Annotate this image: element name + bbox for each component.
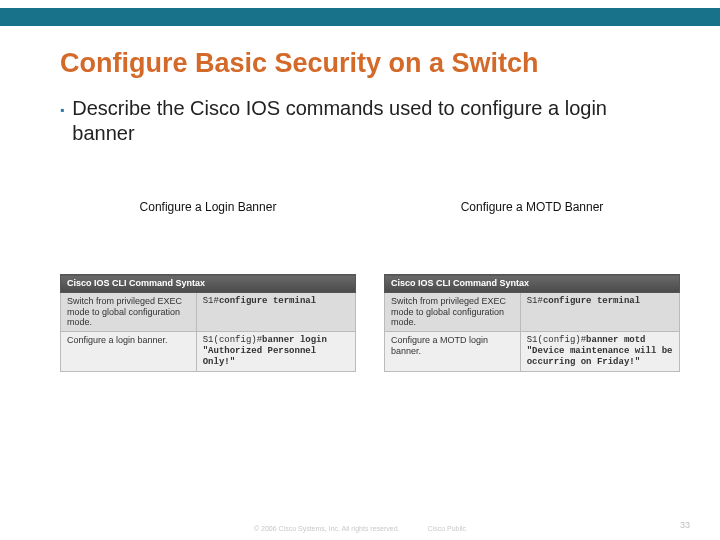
syntax-table-login: Cisco IOS CLI Command Syntax Switch from… — [60, 274, 356, 372]
row-cmd: S1#configure terminal — [196, 292, 355, 331]
table-header: Cisco IOS CLI Command Syntax — [61, 275, 356, 293]
panel-title: Configure a MOTD Banner — [384, 200, 680, 214]
footer-label: Cisco Public — [428, 525, 467, 532]
body-bullet: ▪ Describe the Cisco IOS commands used t… — [60, 96, 670, 146]
table-row: Switch from privileged EXEC mode to glob… — [385, 292, 680, 331]
row-desc: Configure a login banner. — [61, 332, 197, 371]
row-desc: Configure a MOTD login banner. — [385, 332, 521, 371]
panel-motd-banner: Configure a MOTD Banner Cisco IOS CLI Co… — [384, 200, 680, 372]
row-desc: Switch from privileged EXEC mode to glob… — [385, 292, 521, 331]
footer: © 2006 Cisco Systems, Inc. All rights re… — [0, 525, 720, 532]
panels-container: Configure a Login Banner Cisco IOS CLI C… — [60, 200, 680, 372]
row-cmd: S1(config)#banner motd "Device maintenan… — [520, 332, 679, 371]
page-number: 33 — [680, 520, 690, 530]
panel-login-banner: Configure a Login Banner Cisco IOS CLI C… — [60, 200, 356, 372]
footer-copyright: © 2006 Cisco Systems, Inc. All rights re… — [254, 525, 400, 532]
row-desc: Switch from privileged EXEC mode to glob… — [61, 292, 197, 331]
table-row: Configure a MOTD login banner. S1(config… — [385, 332, 680, 371]
table-header: Cisco IOS CLI Command Syntax — [385, 275, 680, 293]
panel-title: Configure a Login Banner — [60, 200, 356, 214]
header-bar — [0, 8, 720, 26]
row-cmd: S1(config)#banner login "Authorized Pers… — [196, 332, 355, 371]
bullet-text: Describe the Cisco IOS commands used to … — [72, 96, 670, 146]
table-row: Switch from privileged EXEC mode to glob… — [61, 292, 356, 331]
syntax-table-motd: Cisco IOS CLI Command Syntax Switch from… — [384, 274, 680, 372]
bullet-marker: ▪ — [60, 103, 64, 117]
slide-title: Configure Basic Security on a Switch — [60, 48, 680, 79]
row-cmd: S1#configure terminal — [520, 292, 679, 331]
table-row: Configure a login banner. S1(config)#ban… — [61, 332, 356, 371]
